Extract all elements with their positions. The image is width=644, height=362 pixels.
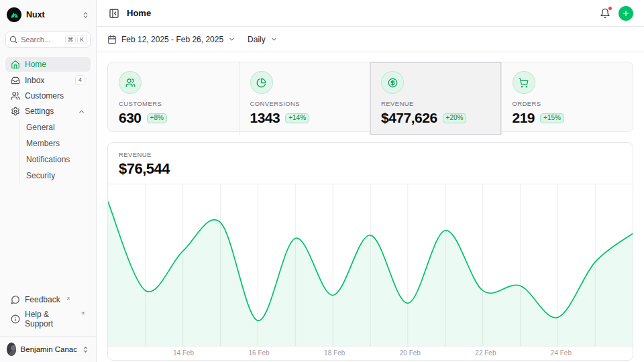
panel-left-close-icon (109, 8, 119, 19)
stat-value: 1343 (250, 110, 280, 126)
stat-label: CUSTOMERS (119, 100, 228, 107)
sidebar-item-label: Home (25, 60, 46, 69)
area-chart-svg (108, 184, 633, 346)
external-link-icon (80, 311, 85, 316)
chevron-up-icon (78, 108, 85, 115)
granularity-select[interactable]: Daily (248, 35, 278, 44)
home-icon (11, 60, 20, 69)
sidebar-item-feedback[interactable]: Feedback (5, 292, 91, 307)
nuxt-logo-icon (7, 7, 21, 22)
sidebar-item-security[interactable]: Security (19, 168, 91, 184)
sidebar-item-home[interactable]: Home (5, 57, 91, 72)
x-tick-label: 24 Feb (551, 349, 572, 357)
stats-row: CUSTOMERS 630 +8% CONVERSIONS 1343 +14% (107, 62, 633, 132)
stat-value: 219 (513, 110, 535, 126)
kbd-cmd: ⌘ (65, 35, 76, 45)
search-shortcut: ⌘ K (65, 35, 87, 45)
sidebar-item-label: Help & Support (25, 310, 75, 328)
stat-delta-badge: +20% (443, 113, 467, 123)
chevrons-up-down-icon (82, 346, 89, 353)
x-tick-label: 18 Feb (324, 349, 345, 357)
chat-bubble-icon (11, 295, 20, 304)
page-content: CUSTOMERS 630 +8% CONVERSIONS 1343 +14% (97, 52, 644, 362)
sidebar-item-label: Feedback (25, 295, 60, 304)
chevrons-up-down-icon (82, 11, 89, 19)
stat-value: 630 (119, 110, 142, 126)
x-tick-label: 22 Feb (475, 349, 496, 357)
search-input[interactable]: Search... ⌘ K (5, 32, 91, 48)
stat-label: ORDERS (513, 100, 623, 107)
external-link-icon (66, 296, 70, 301)
chart-header: REVENUE $76,544 (108, 143, 633, 184)
inbox-icon (11, 76, 20, 85)
sidebar-item-label: Settings (25, 107, 54, 116)
add-button[interactable] (619, 6, 633, 21)
notification-dot (608, 6, 612, 11)
page-title: Home (127, 8, 151, 18)
stat-label: CONVERSIONS (250, 100, 360, 107)
sidebar-item-notifications[interactable]: Notifications (19, 152, 91, 168)
x-tick-label: 20 Feb (400, 349, 421, 357)
topbar: Home (97, 0, 644, 27)
chevron-down-icon (228, 36, 235, 43)
stat-card-revenue[interactable]: REVENUE $477,626 +20% (370, 62, 502, 135)
workspace-switcher[interactable]: Nuxt (5, 6, 91, 23)
sidebar-item-settings[interactable]: Settings (5, 104, 91, 119)
date-range-picker[interactable]: Feb 12, 2025 - Feb 26, 2025 (107, 35, 235, 44)
settings-sub-list: General Members Notifications Security (19, 119, 91, 184)
stat-delta-badge: +15% (540, 113, 564, 123)
user-menu[interactable]: Benjamin Canac (0, 336, 96, 358)
cart-icon (513, 71, 535, 94)
sidebar-spacer (5, 184, 91, 292)
search-icon (9, 36, 17, 44)
stat-card-customers[interactable]: CUSTOMERS 630 +8% (108, 62, 239, 135)
sidebar-item-label: Inbox (25, 76, 44, 85)
plus-icon (622, 9, 630, 17)
stat-delta-badge: +14% (285, 113, 309, 123)
user-name: Benjamin Canac (21, 345, 77, 353)
date-range-value: Feb 12, 2025 - Feb 26, 2025 (121, 35, 223, 44)
stat-label: REVENUE (381, 100, 490, 107)
search-placeholder: Search... (21, 36, 50, 44)
users-icon (11, 91, 20, 101)
calendar-icon (107, 35, 117, 44)
sidebar-item-label: Customers (25, 91, 64, 101)
inbox-count-badge: 4 (75, 75, 85, 85)
chart-label: REVENUE (119, 151, 622, 158)
sidebar-item-general[interactable]: General (19, 119, 91, 135)
notifications-button[interactable] (598, 7, 612, 20)
sidebar-toggle-button[interactable] (107, 7, 121, 20)
sidebar: Nuxt Search... ⌘ K Home Inbox 4 (0, 0, 97, 362)
stat-card-conversions[interactable]: CONVERSIONS 1343 +14% (239, 62, 371, 135)
workspace-name: Nuxt (26, 10, 45, 19)
user-avatar (7, 343, 16, 356)
info-icon (11, 314, 20, 324)
sidebar-nav: Home Inbox 4 Customers Settings Ge (5, 57, 91, 184)
sidebar-item-inbox[interactable]: Inbox 4 (5, 72, 91, 88)
chevron-down-icon (270, 36, 278, 43)
dollar-circle-icon (381, 71, 404, 94)
sidebar-item-members[interactable]: Members (19, 135, 91, 152)
main-area: Home Feb 12, 2025 - Feb 26, 2025 Daily (97, 0, 644, 362)
x-tick-label: 16 Feb (249, 349, 270, 357)
stat-value: $477,626 (381, 110, 437, 126)
users-icon (119, 71, 142, 94)
kbd-k: K (77, 35, 87, 45)
chart-pie-icon (250, 71, 273, 94)
chart-x-axis: 14 Feb16 Feb18 Feb20 Feb22 Feb24 Feb (108, 346, 633, 359)
topbar-actions (598, 6, 633, 21)
sidebar-item-customers[interactable]: Customers (5, 88, 91, 103)
granularity-value: Daily (248, 35, 266, 44)
stat-card-orders[interactable]: ORDERS 219 +15% (502, 62, 633, 135)
revenue-area-chart[interactable] (108, 184, 633, 346)
sidebar-item-help-support[interactable]: Help & Support (5, 307, 91, 331)
filters-toolbar: Feb 12, 2025 - Feb 26, 2025 Daily (97, 27, 644, 52)
revenue-chart-card: REVENUE $76,544 14 Feb16 Feb18 Feb20 Feb… (107, 142, 633, 361)
gear-icon (11, 107, 20, 116)
chart-total-value: $76,544 (119, 160, 622, 178)
x-tick-label: 14 Feb (173, 349, 194, 357)
stat-delta-badge: +8% (147, 113, 167, 123)
